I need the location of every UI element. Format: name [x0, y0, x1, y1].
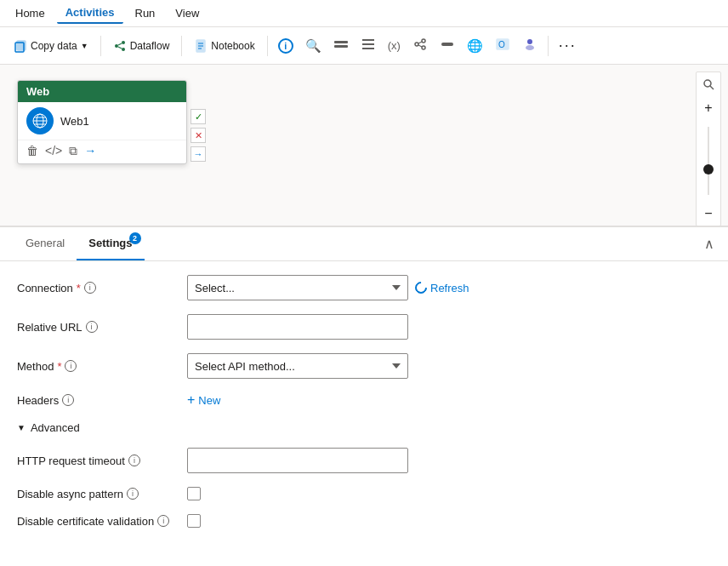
zoom-thumb [703, 164, 714, 174]
skip-indicator: → [191, 146, 206, 162]
svg-point-17 [422, 39, 425, 43]
new-header-button[interactable]: + New [187, 392, 220, 408]
svg-point-18 [422, 46, 425, 49]
outlook-icon: O [495, 37, 510, 54]
svg-rect-1 [17, 41, 26, 50]
advanced-chevron-icon: ▼ [17, 423, 26, 432]
tab-settings[interactable]: Settings 2 [77, 227, 144, 260]
http-timeout-label: HTTP request timeout i [17, 455, 187, 467]
disable-async-row: Disable async pattern i [17, 487, 711, 500]
svg-point-4 [122, 48, 125, 51]
copy-data-button[interactable]: Copy data ▼ [7, 36, 95, 56]
settings-panel: General Settings 2 ∧ Connection * i Sele… [0, 226, 728, 566]
info-toolbar-button[interactable]: i [273, 35, 299, 57]
menu-item-activities[interactable]: Activities [57, 3, 123, 24]
activity-actions: 🗑 </> ⧉ → [18, 140, 186, 163]
form-content: Connection * i Select... Refresh Relativ… [0, 261, 728, 555]
advanced-toggle[interactable]: ▼ Advanced [17, 421, 711, 434]
variable-icon: (x) [388, 39, 401, 52]
http-timeout-info-icon[interactable]: i [128, 455, 140, 466]
activity-icon [412, 37, 428, 54]
menu-item-home[interactable]: Home [7, 3, 54, 23]
disable-cert-info-icon[interactable]: i [157, 515, 169, 527]
dataflow-button[interactable]: Dataflow [106, 36, 177, 56]
svg-rect-21 [441, 43, 453, 46]
connection-select[interactable]: Select... [187, 275, 408, 300]
activity-node-web[interactable]: Web Web1 🗑 </> ⧉ → [17, 80, 187, 164]
separator-4 [548, 36, 549, 56]
disable-cert-checkbox[interactable] [187, 514, 201, 528]
svg-line-19 [418, 42, 422, 43]
disable-async-info-icon[interactable]: i [127, 488, 139, 500]
relative-url-info-icon[interactable]: i [86, 321, 98, 333]
relative-url-control [187, 314, 711, 340]
menu-toolbar-button[interactable] [355, 33, 381, 58]
refresh-button[interactable]: Refresh [415, 282, 469, 294]
teams-toolbar-button[interactable] [517, 33, 543, 58]
http-timeout-input[interactable] [187, 448, 408, 473]
menu-bar: Home Activities Run View [0, 0, 728, 27]
canvas-area: Web Web1 🗑 </> ⧉ → ✓ ✕ → [0, 65, 728, 226]
connection-label: Connection * i [17, 282, 187, 294]
fail-indicator: ✕ [191, 128, 206, 143]
disable-cert-row: Disable certificate validation i [17, 514, 711, 528]
disable-async-control [187, 487, 711, 500]
plus-icon: + [187, 392, 195, 408]
activity-toolbar-button[interactable] [407, 33, 433, 58]
separator-3 [267, 36, 268, 56]
dataflow-icon [113, 39, 127, 53]
advanced-label: Advanced [31, 421, 80, 434]
headers-control: + New [187, 392, 711, 408]
more-button[interactable]: ··· [554, 37, 582, 54]
http-timeout-row: HTTP request timeout i [17, 448, 711, 473]
separator-1 [100, 36, 101, 56]
notebook-label: Notebook [211, 40, 254, 52]
relative-url-input[interactable] [187, 314, 408, 340]
refresh-icon [412, 279, 429, 296]
headers-row: Headers i + New [17, 392, 711, 408]
dataflow-label: Dataflow [130, 40, 170, 52]
connection-info-icon[interactable]: i [84, 282, 96, 294]
run-action-button[interactable]: → [84, 144, 96, 158]
toolbar: Copy data ▼ Dataflow Notebook i 🔍 (x) [0, 27, 728, 65]
tab-general[interactable]: General [14, 227, 77, 260]
pipeline-toolbar-button[interactable] [328, 33, 354, 58]
outlook-toolbar-button[interactable]: O [490, 33, 515, 58]
svg-line-6 [118, 47, 122, 49]
web-toolbar-button[interactable]: 🌐 [462, 35, 488, 57]
method-select[interactable]: Select API method... [187, 353, 408, 379]
code-action-button[interactable]: </> [45, 144, 62, 158]
menu-item-view[interactable]: View [167, 3, 208, 23]
disable-async-label: Disable async pattern i [17, 488, 187, 500]
svg-point-16 [415, 43, 418, 46]
svg-line-32 [710, 86, 714, 89]
new-header-label: New [198, 394, 220, 407]
search-toolbar-button[interactable]: 🔍 [300, 35, 327, 57]
zoom-out-button[interactable]: − [697, 202, 720, 226]
variable-toolbar-button[interactable]: (x) [383, 36, 406, 55]
teams-icon [522, 37, 537, 54]
notebook-button[interactable]: Notebook [187, 36, 261, 56]
delete-action-button[interactable]: 🗑 [26, 144, 38, 158]
advanced-section: ▼ Advanced HTTP request timeout i Disabl… [17, 421, 711, 528]
svg-rect-11 [334, 41, 348, 43]
pipeline2-toolbar-button[interactable] [435, 33, 460, 58]
tab-settings-label: Settings [88, 237, 132, 249]
menu-item-run[interactable]: Run [127, 3, 164, 23]
svg-line-20 [418, 45, 422, 47]
svg-text:O: O [498, 40, 505, 49]
connection-row: Connection * i Select... Refresh [17, 275, 711, 300]
svg-rect-13 [362, 39, 374, 41]
search-icon: 🔍 [305, 38, 321, 54]
web-icon: 🌐 [467, 38, 483, 54]
copy-action-button[interactable]: ⧉ [69, 144, 77, 158]
zoom-slider[interactable] [708, 120, 709, 202]
zoom-in-button[interactable]: + [697, 96, 720, 120]
copy-data-label: Copy data [31, 40, 77, 52]
headers-info-icon[interactable]: i [62, 394, 74, 406]
collapse-button[interactable]: ∧ [704, 236, 714, 252]
svg-rect-12 [334, 45, 348, 48]
method-info-icon[interactable]: i [65, 360, 77, 372]
canvas-search-button[interactable] [697, 72, 720, 96]
disable-async-checkbox[interactable] [187, 487, 201, 500]
